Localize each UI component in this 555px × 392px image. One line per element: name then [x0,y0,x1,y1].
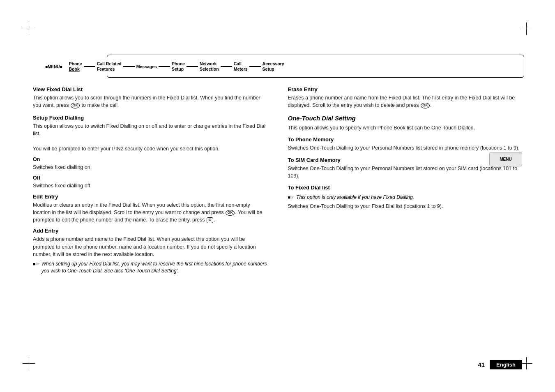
ok-button-inline: OK [71,103,80,108]
heading-view-fixed-dial-list: View Fixed Dial List [33,86,267,92]
body-view-fixed-dial-list: This option allows you to scroll through… [33,94,267,109]
heading-to-fixed-dial-list: To Fixed Dial list [288,184,523,191]
heading-erase-entry: Erase Entry [288,86,523,92]
nav-item-network-selection[interactable]: Network Selection [200,61,219,71]
crosshair-bottom-left [23,357,35,369]
body-to-phone-memory: Switches One-Touch Dialling to your Pers… [288,144,523,152]
body-off: Switches fixed dialling off. [33,182,267,189]
nav-arrow-2 [123,66,135,67]
section-on: On Switches fixed dialling on. [33,157,267,171]
body-on: Switches fixed dialling on. [33,164,267,171]
note-fixed-dial-list: ■☞ This option is only available if you … [288,194,523,201]
body-edit-entry: Modifies or clears an entry in the Fixed… [33,201,267,224]
nav-item-call-meters[interactable]: Call Meters [234,61,248,71]
heading-edit-entry: Edit Entry [33,194,267,200]
crosshair-top-right [520,23,532,35]
nav-item-accessory-setup[interactable]: Accessory Setup [263,61,284,71]
page-number: 41 [478,361,485,368]
section-setup-fixed-dialling: Setup Fixed Dialling This option allows … [33,115,267,152]
section-to-fixed-dial-list: To Fixed Dial list ■☞ This option is onl… [288,184,523,210]
note-add-entry: ■☞ When setting up your Fixed Dial list,… [33,261,267,275]
footer: 41 English [478,360,522,369]
ok-button-edit: OK [226,210,235,216]
section-erase-entry: Erase Entry Erases a phone number and na… [288,86,523,109]
menu-button[interactable]: MENU [489,152,522,166]
body-to-sim-card-memory: Switches One-Touch Dialling to your Pers… [288,165,523,180]
nav-arrow-3 [159,66,170,67]
nav-arrow-6 [249,66,261,67]
section-off: Off Switches fixed dialling off. [33,175,267,189]
menu-label: ■MENU■ [45,65,62,69]
section-to-phone-memory: To Phone Memory Switches One-Touch Diall… [288,136,523,152]
body-to-fixed-dial-list: Switches One-Touch Dialling to your Fixe… [288,203,523,210]
nav-item-phone-setup[interactable]: Phone Setup [172,61,185,71]
section-view-fixed-dial-list: View Fixed Dial List This option allows … [33,86,267,109]
body-setup-fixed-dialling: This option allows you to switch Fixed D… [33,122,267,152]
heading-one-touch-dial-setting: One-Touch Dial Setting [288,115,523,122]
left-column: View Fixed Dial List This option allows … [33,86,272,351]
section-add-entry: Add Entry Adds a phone number and name t… [33,228,267,274]
nav-arrow-4 [187,66,198,67]
heading-off: Off [33,175,267,181]
nav-arrow-1 [84,66,95,67]
nav-item-messages[interactable]: Messages [136,64,157,69]
main-content: View Fixed Dial List This option allows … [33,86,522,351]
note-icon-add-entry: ■☞ [33,261,40,267]
heading-to-phone-memory: To Phone Memory [288,136,523,143]
ok-button-erase: OK [421,103,430,108]
section-one-touch-dial-setting: One-Touch Dial Setting This option allow… [288,115,523,131]
note-icon-fixed-dial: ■☞ [288,194,295,201]
heading-on: On [33,157,267,162]
body-erase-entry: Erases a phone number and name from the … [288,94,523,109]
section-to-sim-card-memory: To SIM Card Memory Switches One-Touch Di… [288,157,523,180]
section-edit-entry: Edit Entry Modifies or clears an entry i… [33,194,267,224]
body-add-entry: Adds a phone number and name to the Fixe… [33,235,267,258]
nav-arrow-5 [221,66,232,67]
language-badge: English [490,360,522,369]
body-one-touch-dial-setting: This option allows you to specify which … [288,124,523,131]
right-column: Erase Entry Erases a phone number and na… [284,86,523,351]
heading-setup-fixed-dialling: Setup Fixed Dialling [33,115,267,121]
heading-to-sim-card-memory: To SIM Card Memory [288,157,523,163]
nav-item-call-related[interactable]: Call Related Features [97,61,122,71]
heading-add-entry: Add Entry [33,228,267,234]
c-button: C [207,217,213,223]
nav-item-phone-book[interactable]: Phone Book [69,61,82,71]
nav-bar: ■MENU■ Phone Book Call Related Features … [45,53,524,81]
crosshair-top-left [23,23,35,35]
